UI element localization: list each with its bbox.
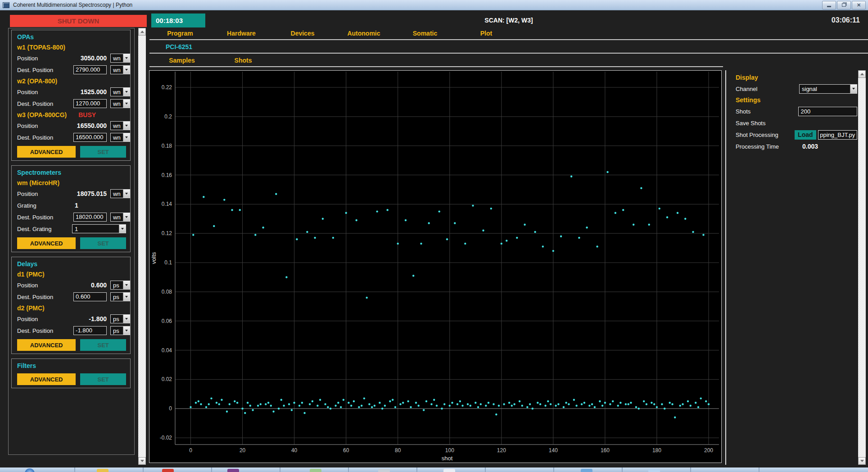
position-value: 3050.000 — [81, 54, 107, 62]
dest-position-input[interactable]: -1.800 — [73, 326, 107, 335]
unit-select[interactable]: wn — [110, 87, 130, 96]
svg-text:100: 100 — [445, 447, 454, 454]
restore-icon — [842, 3, 846, 7]
dest-position-input[interactable]: 0.600 — [73, 292, 107, 301]
set-button[interactable]: SET — [80, 373, 126, 385]
taskbar-separator — [416, 467, 417, 472]
advanced-button[interactable]: ADVANCED — [17, 373, 76, 385]
dropdown-arrow-icon[interactable] — [123, 281, 130, 289]
unit-select[interactable]: ps — [110, 292, 130, 301]
set-button[interactable]: SET — [80, 339, 126, 351]
sidebar-scrollbar[interactable] — [138, 28, 146, 465]
unit-select[interactable]: wn — [110, 121, 130, 130]
settings-header: Settings — [729, 95, 857, 105]
close-button[interactable]: ✕ — [852, 1, 866, 9]
property-label: Position — [17, 191, 63, 197]
processing-time-value: 0.003 — [802, 143, 818, 150]
dest-position-input[interactable]: 2790.000 — [73, 65, 107, 74]
processing-time-label: Processing Time — [736, 143, 796, 150]
dropdown-arrow-icon[interactable] — [123, 122, 130, 130]
right-panel-scrollbar[interactable] — [858, 70, 866, 465]
channel-select[interactable]: signal — [799, 84, 857, 94]
property-row: Position1525.000wn — [12, 86, 130, 98]
tab-samples[interactable]: Samples — [151, 57, 212, 66]
section-header: OPAs — [12, 32, 130, 42]
dest-position-input[interactable]: 1270.000 — [73, 99, 107, 108]
gray-app-icon[interactable] — [378, 469, 390, 472]
dropdown-arrow-icon[interactable] — [119, 225, 126, 233]
display-settings-panel: Display Channel signal Settings Shots 20… — [729, 72, 857, 152]
dropdown-arrow-icon[interactable] — [123, 190, 130, 198]
tab-autonomic[interactable]: Autonomic — [333, 30, 394, 39]
svg-text:0.22: 0.22 — [162, 84, 172, 91]
svg-text:0.18: 0.18 — [162, 143, 172, 149]
position-value: -1.800 — [89, 315, 107, 322]
dest-position-input[interactable]: 18020.000 — [73, 213, 107, 222]
window-titlebar: Coherent Multidimensional Spectroscopy |… — [0, 0, 868, 10]
tab-shots[interactable]: Shots — [212, 57, 274, 66]
unit-value: ps — [111, 282, 123, 289]
tab-program[interactable]: Program — [149, 30, 211, 39]
tab-devices[interactable]: Devices — [272, 30, 333, 39]
start-orb[interactable] — [25, 468, 35, 472]
device-name: w2 (OPA-800) — [17, 77, 57, 85]
scroll-up-button[interactable] — [138, 28, 146, 36]
property-label: Dest. Grating — [17, 226, 64, 232]
dropdown-arrow-icon[interactable] — [850, 85, 857, 93]
property-label: Dest. Position — [17, 294, 63, 300]
arrow-down-icon — [140, 460, 144, 462]
white-app-icon[interactable] — [443, 469, 455, 472]
windows-taskbar[interactable] — [0, 467, 868, 472]
unit-select[interactable]: wn — [110, 213, 130, 222]
dest-grating-select[interactable]: 1 — [72, 224, 126, 233]
blue-window-icon[interactable] — [581, 469, 592, 472]
purple-app-icon[interactable] — [227, 469, 239, 472]
set-button[interactable]: SET — [80, 237, 126, 249]
dropdown-arrow-icon[interactable] — [123, 133, 130, 141]
shot-processing-file-input[interactable]: pping_BJT.py — [818, 130, 857, 140]
scroll-up-button[interactable] — [858, 70, 866, 78]
dropdown-arrow-icon[interactable] — [123, 213, 130, 221]
app-icon — [3, 2, 9, 8]
scroll-down-button[interactable] — [138, 457, 146, 465]
dropdown-arrow-icon[interactable] — [123, 66, 130, 74]
unit-select[interactable]: wn — [110, 99, 130, 108]
unit-select[interactable]: ps — [110, 281, 130, 290]
dest-position-input[interactable]: 16500.000 — [73, 133, 107, 142]
unit-select[interactable]: wn — [110, 133, 130, 142]
advanced-button[interactable]: ADVANCED — [17, 237, 76, 249]
dropdown-arrow-icon[interactable] — [123, 293, 130, 301]
unit-select[interactable]: ps — [110, 314, 130, 323]
doc-app-icon[interactable] — [648, 469, 660, 472]
dropdown-arrow-icon[interactable] — [123, 88, 130, 96]
unit-select[interactable]: wn — [110, 65, 130, 74]
dropdown-arrow-icon[interactable] — [123, 315, 130, 323]
advanced-button[interactable]: ADVANCED — [17, 146, 76, 158]
tab-pci-6251[interactable]: PCI-6251 — [166, 43, 192, 50]
green-app-icon[interactable] — [310, 469, 321, 472]
scroll-down-button[interactable] — [858, 457, 866, 465]
tab-plot[interactable]: Plot — [456, 30, 517, 39]
dropdown-arrow-icon[interactable] — [123, 54, 130, 62]
load-button[interactable]: Load — [795, 130, 817, 140]
unit-select[interactable]: wn — [110, 54, 130, 63]
advanced-button[interactable]: ADVANCED — [17, 339, 76, 351]
dropdown-arrow-icon[interactable] — [123, 327, 130, 335]
property-row: Position18075.015wn — [12, 188, 130, 200]
device-status-busy: BUSY — [78, 111, 96, 118]
red-app-icon[interactable] — [162, 469, 174, 472]
shots-input[interactable]: 200 — [798, 107, 858, 116]
tab-somatic[interactable]: Somatic — [394, 30, 456, 39]
folder-icon[interactable] — [97, 469, 108, 472]
shutdown-button[interactable]: SHUT DOWN — [10, 15, 147, 27]
minimize-button[interactable] — [822, 1, 836, 9]
unit-select[interactable]: wn — [110, 189, 130, 198]
shots-plot-area[interactable]: 020406080100120140160180200-0.0200.020.0… — [149, 70, 722, 463]
tab-hardware[interactable]: Hardware — [211, 30, 272, 39]
main-tab-bar: Program Hardware Devices Autonomic Somat… — [149, 30, 868, 39]
set-button[interactable]: SET — [80, 146, 126, 158]
shots-scatter-plot: 020406080100120140160180200-0.0200.020.0… — [149, 71, 721, 463]
restore-button[interactable] — [837, 1, 851, 9]
unit-select[interactable]: ps — [110, 326, 130, 335]
dropdown-arrow-icon[interactable] — [123, 100, 130, 108]
